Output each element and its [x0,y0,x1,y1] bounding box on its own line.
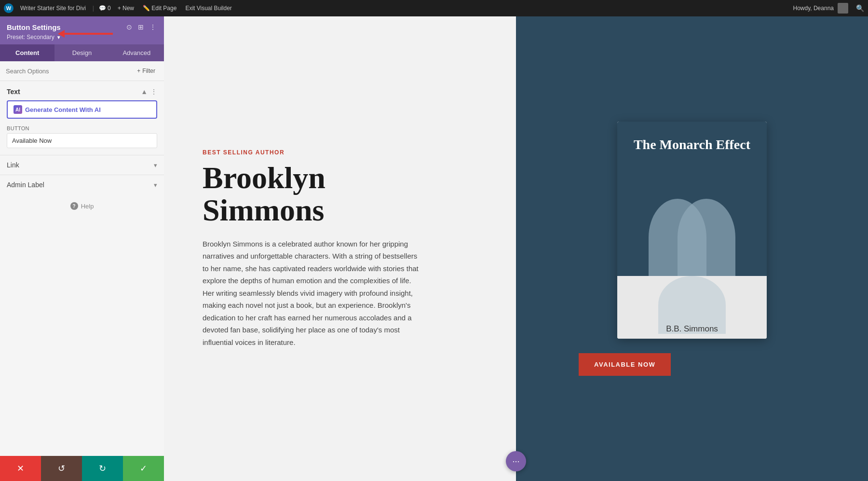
section-menu-btn[interactable]: ⋮ [150,88,157,96]
ai-button-label: Generate Content With AI [25,106,101,113]
section-controls: ▲ ⋮ [141,88,157,96]
subtitle: BEST SELLING AUTHOR [203,149,487,156]
panel-grid-icon[interactable]: ⊞ [137,22,145,32]
ai-generate-button[interactable]: AI Generate Content With AI [7,100,157,119]
comments-link[interactable]: 💬 0 [99,5,111,12]
panel-content: + Filter Text ▲ ⋮ AI Generate Content Wi… [0,61,164,481]
link-chevron-icon: ▾ [154,162,157,169]
preset-label: Preset: Secondary [7,34,54,41]
search-bar: + Filter [0,61,164,81]
admin-bar-left: W Writer Starter Site for Divi | 💬 0 + N… [4,3,787,13]
pencil-icon: ✏️ [143,5,150,12]
redo-button[interactable]: ↻ [82,456,123,481]
left-panel: Button Settings ⊙ ⊞ ⋮ Preset: Secondary … [0,16,164,481]
panel-title: Button Settings [7,23,61,31]
preset-row: Preset: Secondary ▼ [7,34,157,41]
link-section-label: Link [7,161,19,169]
tab-design[interactable]: Design [54,44,109,61]
fab-button[interactable]: ··· [506,451,526,471]
panel-copy-icon[interactable]: ⊙ [125,22,133,32]
button-field-label: Button [7,125,157,131]
comment-icon: 💬 [99,5,106,12]
redo-icon: ↻ [99,463,106,474]
avatar [838,3,848,14]
link-section-row[interactable]: Link ▾ [0,155,164,175]
admin-label-chevron-icon: ▾ [154,181,157,189]
text-section-header: Text ▲ ⋮ [0,81,164,99]
content-left: BEST SELLING AUTHOR BrooklynSimmons Broo… [164,16,516,481]
edit-page-link[interactable]: ✏️ Edit Page [141,4,178,13]
close-icon: ✕ [17,463,24,474]
new-link[interactable]: + New [116,4,136,13]
panel-tabs: Content Design Advanced [0,44,164,61]
page-content: BEST SELLING AUTHOR BrooklynSimmons Broo… [164,16,868,481]
tab-content[interactable]: Content [0,44,54,61]
admin-bar-right: Howdy, Deanna 🔍 [793,3,865,14]
book-decoration [617,179,767,276]
text-section-title: Text [7,88,20,96]
author-name: BrooklynSimmons [203,162,487,226]
panel-more-icon[interactable]: ⋮ [149,22,157,32]
checkmark-icon: ✓ [140,463,147,474]
wordpress-logo-icon[interactable]: W [4,3,14,13]
ai-icon: AI [14,105,22,114]
book-card: The Monarch Effect B.B. Simmons [617,122,767,339]
author-bio: Brooklyn Simmons is a celebrated author … [203,238,424,349]
admin-label-section-label: Admin Label [7,181,44,189]
admin-label-section-row[interactable]: Admin Label ▾ [0,175,164,194]
bottom-toolbar: ✕ ↺ ↻ ✓ [0,456,164,481]
available-now-button[interactable]: AVAILABLE NOW [579,353,671,376]
book-cover: The Monarch Effect [617,122,767,276]
search-input[interactable] [6,68,130,75]
button-field-input[interactable] [7,133,157,148]
undo-icon: ↺ [58,463,65,474]
exit-builder-link[interactable]: Exit Visual Builder [183,4,234,13]
fab-dots-icon: ··· [512,456,519,467]
book-author: B.B. Simmons [666,281,718,334]
right-content: BEST SELLING AUTHOR BrooklynSimmons Broo… [164,16,868,481]
help-label: Help [81,203,94,210]
close-button[interactable]: ✕ [0,456,41,481]
panel-title-icons: ⊙ ⊞ ⋮ [125,22,157,32]
button-field-group: Button [0,125,164,155]
site-name-link[interactable]: Writer Starter Site for Divi [18,4,88,13]
undo-button[interactable]: ↺ [41,456,82,481]
help-icon: ? [70,202,78,210]
section-collapse-btn[interactable]: ▲ [141,88,148,96]
filter-button[interactable]: + Filter [134,66,158,76]
book-bottom: B.B. Simmons [617,276,767,339]
tab-advanced[interactable]: Advanced [109,44,164,61]
howdy-label: Howdy, Deanna [793,5,834,12]
help-row[interactable]: ? Help [0,194,164,218]
leaf-right-decor [678,199,735,276]
book-title: The Monarch Effect [634,136,750,153]
search-icon[interactable]: 🔍 [856,4,864,12]
panel-header: Button Settings ⊙ ⊞ ⋮ Preset: Secondary … [0,16,164,44]
main-layout: Button Settings ⊙ ⊞ ⋮ Preset: Secondary … [0,16,868,481]
save-button[interactable]: ✓ [123,456,164,481]
filter-icon: + [137,68,140,74]
preset-dropdown-icon[interactable]: ▼ [56,35,61,40]
content-right: The Monarch Effect B.B. Simmons AVA [516,16,868,481]
admin-bar: W Writer Starter Site for Divi | 💬 0 + N… [0,0,868,16]
